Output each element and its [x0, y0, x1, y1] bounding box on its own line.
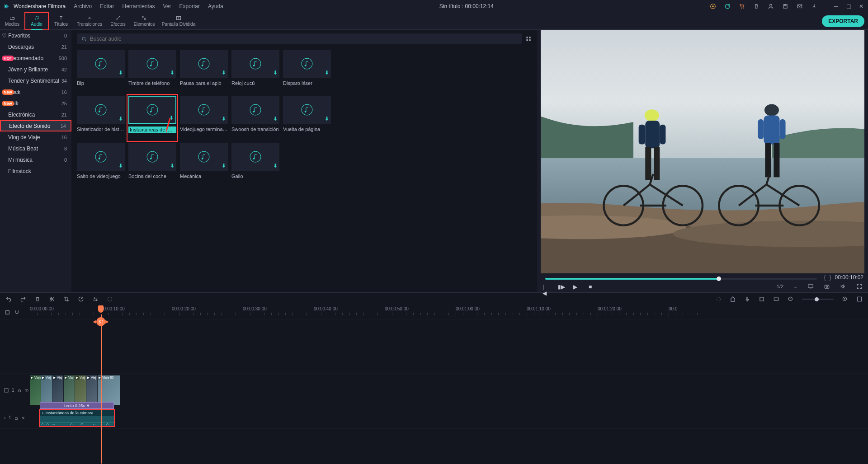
search-box[interactable] — [77, 33, 522, 44]
menu-archivo[interactable]: Archivo — [74, 3, 92, 9]
color-icon[interactable] — [107, 296, 113, 302]
preview-video[interactable] — [541, 30, 864, 273]
video-clip[interactable]: ▶Viaj — [75, 375, 86, 405]
tab-medios[interactable]: Medios — [0, 13, 24, 30]
grid-view-icon[interactable] — [525, 36, 532, 42]
video-clip-strip[interactable]: ▶Viaje▶Viaj▶Viaj▶Viaj▶Viaj▶Viaj▶Viaje 05 — [30, 375, 120, 405]
sidebar-item-favoritos[interactable]: ♡ Favoritos 0 — [0, 30, 71, 41]
tab-audio[interactable]: Audio — [24, 12, 49, 30]
video-clip[interactable]: ▶Viaj — [41, 375, 52, 405]
menu-editar[interactable]: Editar — [100, 3, 114, 9]
tab-efectos[interactable]: Efectos — [106, 13, 130, 30]
video-clip[interactable]: ▶Viaj — [64, 375, 75, 405]
refresh-icon[interactable] — [724, 3, 731, 9]
sidebar-item-folk[interactable]: New Folk 25 — [0, 98, 71, 109]
video-clip[interactable]: ▶Viaje — [30, 375, 41, 405]
download-arrow-icon[interactable]: ⬇ — [118, 70, 123, 76]
delete-icon[interactable] — [753, 3, 760, 9]
tab-transiciones[interactable]: Transiciones — [73, 13, 106, 30]
zoom-in-icon[interactable] — [842, 296, 848, 302]
zoom-slider[interactable] — [802, 299, 834, 300]
download-arrow-icon[interactable]: ⬇ — [222, 163, 226, 169]
search-input[interactable] — [90, 36, 517, 42]
whats-new-icon[interactable] — [710, 3, 716, 9]
asset-item[interactable]: ⬇ Swoosh de transición — [231, 96, 279, 133]
undo-icon[interactable] — [5, 296, 12, 302]
asset-item[interactable]: ⬇ Sintetizador de histor… — [77, 96, 125, 133]
sidebar-item-recomendado[interactable]: HOT Recomendado 500 — [0, 52, 71, 64]
lock-icon[interactable] — [14, 416, 19, 420]
mixer-icon[interactable] — [715, 296, 722, 302]
timeline-settings-icon[interactable] — [5, 309, 10, 315]
speed-badge[interactable]: Lento 0.25x ▼ — [40, 402, 114, 409]
download-arrow-icon[interactable]: ⬇ — [118, 116, 123, 122]
playhead[interactable]: ◀▶ — [98, 305, 104, 314]
stop-button[interactable]: ■ — [589, 284, 594, 289]
audio-track-head[interactable]: ♪ 1 — [0, 407, 30, 428]
video-clip[interactable]: ▶Viaj — [52, 375, 64, 405]
download-arrow-icon[interactable]: ⬇ — [170, 70, 175, 76]
marker-icon[interactable] — [730, 296, 736, 302]
asset-item[interactable]: ⬇ Timbre de teléfono — [128, 50, 176, 86]
download-arrow-icon[interactable]: ⬇ — [273, 70, 278, 76]
tab-elementos[interactable]: Elementos — [130, 13, 158, 30]
tab-split-screen[interactable]: Pantalla Dividida — [158, 13, 199, 30]
sidebar-item-electronica[interactable]: Electrónica 21 — [0, 109, 71, 120]
window-minimize[interactable]: ─ — [833, 3, 839, 9]
volume-icon[interactable] — [840, 283, 846, 290]
download-arrow-icon[interactable]: ⬇ — [118, 163, 123, 169]
sidebar-item-beat[interactable]: Música Beat 8 — [0, 143, 71, 154]
voice-icon[interactable] — [744, 296, 750, 302]
window-maximize[interactable]: ▢ — [845, 3, 852, 9]
monitor-icon[interactable] — [807, 283, 814, 290]
render-icon[interactable] — [759, 296, 765, 302]
user-icon[interactable] — [768, 3, 774, 9]
crop-icon[interactable] — [63, 296, 70, 302]
lock-icon[interactable] — [17, 388, 22, 393]
download-arrow-icon[interactable]: ⬇ — [325, 116, 329, 122]
mark-in-icon[interactable]: { — [824, 274, 826, 281]
download-arrow-icon[interactable]: ⬇ — [169, 115, 174, 121]
sidebar-item-efecto-sonido[interactable]: Efecto de Sonido 14 — [0, 120, 71, 131]
export-button[interactable]: EXPORTAR — [822, 15, 864, 27]
sidebar-item-mi-musica[interactable]: Mi música 0 — [0, 154, 71, 165]
asset-item[interactable]: ⬇ Vuelta de página — [283, 96, 331, 133]
sidebar-item-joven[interactable]: Jóven y Brillante 42 — [0, 64, 71, 75]
menu-exportar[interactable]: Exportar — [179, 3, 200, 9]
sidebar-item-filmstock[interactable]: Filmstock — [0, 165, 71, 177]
menu-herramientas[interactable]: Herramientas — [123, 3, 155, 9]
sidebar-item-tender[interactable]: Tender y Sentimental 34 — [0, 75, 71, 86]
sidebar-item-descargas[interactable]: Descargas 21 — [0, 41, 71, 52]
prev-frame-button[interactable]: |◀ — [542, 284, 548, 289]
window-close[interactable]: ✕ — [858, 3, 864, 9]
mail-icon[interactable] — [797, 3, 803, 9]
zoom-out-icon[interactable] — [788, 296, 794, 302]
video-clip[interactable]: ▶Viaj — [86, 375, 98, 405]
sidebar-item-rock[interactable]: New Rock 16 — [0, 86, 71, 98]
menu-ver[interactable]: Ver — [163, 3, 171, 9]
split-icon[interactable] — [49, 296, 55, 302]
download-arrow-icon[interactable]: ⬇ — [170, 163, 175, 169]
fullscreen-icon[interactable] — [856, 283, 863, 290]
mark-out-icon[interactable]: } — [830, 274, 831, 281]
asset-item[interactable]: ⬇ Disparo láser — [283, 50, 331, 86]
speed-icon[interactable] — [78, 296, 84, 302]
download-arrow-icon[interactable]: ⬇ — [273, 116, 278, 122]
snapshot-icon[interactable] — [824, 283, 830, 290]
eye-icon[interactable] — [24, 388, 29, 393]
asset-item[interactable]: ⬇ Bocina del coche — [128, 143, 176, 179]
adjust-icon[interactable] — [92, 296, 99, 302]
download-icon[interactable] — [811, 3, 817, 9]
mute-icon[interactable] — [21, 416, 26, 420]
magnet-icon[interactable] — [14, 309, 20, 315]
chevron-down-icon[interactable]: ⌄ — [793, 284, 797, 290]
preview-progress[interactable] — [545, 278, 817, 280]
video-track-head[interactable]: 1 — [0, 374, 30, 407]
asset-item[interactable]: ⬇ Instantáneas de la cá… — [128, 96, 176, 133]
asset-item[interactable]: ⬇ Videojuego terminado — [180, 96, 228, 133]
asset-item[interactable]: ⬇ Gallo — [231, 143, 279, 179]
redo-icon[interactable] — [20, 296, 26, 302]
cart-icon[interactable] — [739, 3, 745, 9]
audio-clip[interactable]: Lento 0.25x ▼ ♪ Instantáneas de la cámar… — [39, 409, 115, 427]
asset-item[interactable]: ⬇ Mecánica — [180, 143, 228, 179]
